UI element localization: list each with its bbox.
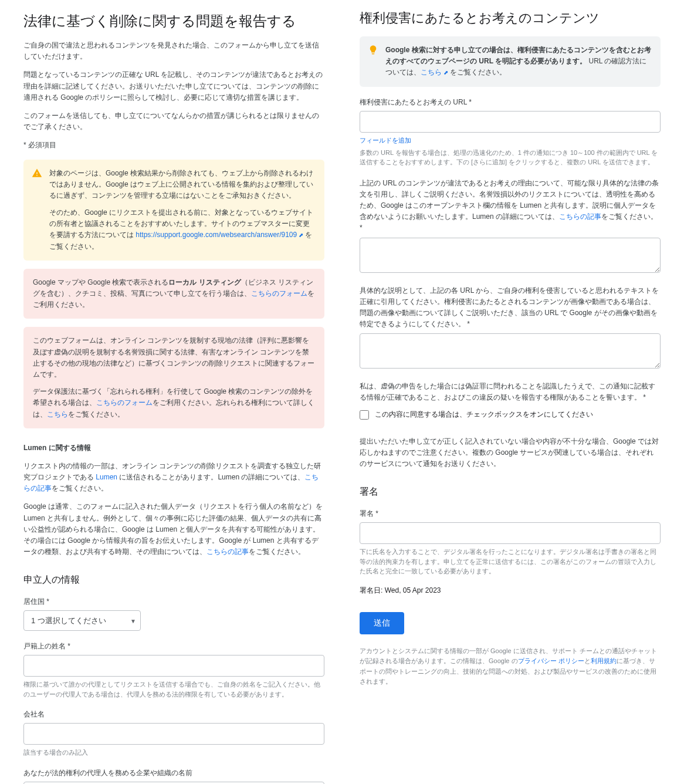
warning-box: 対象のページは、Google 検索結果から削除されても、ウェブ上から削除されるわ… — [23, 160, 324, 261]
warning-para-2: そのため、Google にリクエストを提出される前に、対象となっているウェブサイ… — [49, 207, 315, 252]
reason-lumen-link[interactable]: こちらの記事 — [559, 212, 601, 221]
intro-para-2: 問題となっているコンテンツの正確な URL を記載し、そのコンテンツが違法である… — [23, 69, 324, 103]
legalname-hint: 権限に基づいて誰かの代理としてリクエストを送信する場合でも、ご自身の姓名をご記入… — [23, 680, 324, 699]
submit-button[interactable]: 送信 — [360, 612, 404, 634]
signature-date-value: Wed, 05 Apr 2023 — [385, 586, 441, 594]
rtbf-info-link[interactable]: こちら — [47, 410, 68, 418]
signature-heading: 署名 — [360, 486, 661, 498]
footer-note: アカウントとシステムに関する情報の一部が Google に送信され、サポート チ… — [360, 646, 661, 687]
lumen-link[interactable]: Lumen — [96, 473, 117, 481]
url-label: 権利侵害にあたるとお考えの URL * — [360, 97, 661, 107]
company-hint: 該当する場合のみ記入 — [23, 748, 324, 758]
local-listing-text: Google マップや Google 検索で表示されるローカル リスティング（ビ… — [33, 277, 315, 311]
add-field-link[interactable]: フィールドを追加 — [360, 136, 411, 145]
url-howto-link[interactable]: こちら — [421, 68, 448, 76]
form-scope-para-2: データ保護法に基づく「忘れられる権利」を行使して Google 検索のコンテンツ… — [33, 386, 315, 420]
signature-date: 署名日: Wed, 05 Apr 2023 — [360, 586, 661, 596]
country-select-wrap[interactable]: 1 つ選択してください ▼ — [23, 610, 141, 631]
lightbulb-icon — [368, 45, 378, 55]
intro-para-3: このフォームを送信しても、申し立てについてなんらかの措置が講じられるとは限りませ… — [23, 110, 324, 133]
form-scope-box: このウェブフォームは、オンライン コンテンツを規制する現地の法律（評判に悪影響を… — [23, 327, 324, 428]
content-heading: 権利侵害にあたるとお考えのコンテンツ — [360, 9, 661, 27]
warning-icon — [32, 168, 42, 178]
oath-text: 私は、虚偽の申告をした場合には偽証罪に問われることを認識したうえで、この通知に記… — [360, 381, 661, 403]
right-column: 権利侵害にあたるとお考えのコンテンツ Google 検索に対する申し立ての場合は… — [360, 12, 661, 784]
local-listing-form-link[interactable]: こちらのフォーム — [251, 289, 307, 298]
reason-label: 上記の URL のコンテンツが違法であるとお考えの理由について、可能な限り具体的… — [360, 178, 661, 234]
required-note: * 必須項目 — [23, 140, 324, 151]
signature-hint: 下に氏名を入力することで、デジタル署名を行ったことになります。デジタル署名は手書… — [360, 547, 661, 576]
signature-label: 署名 * — [360, 509, 661, 519]
detail-textarea[interactable] — [360, 333, 661, 369]
url-info-text: Google 検索に対する申し立ての場合は、権利侵害にあたるコンテンツを含むとお… — [385, 45, 651, 79]
page-title: 法律に基づく削除に関する問題を報告する — [23, 12, 324, 31]
oath-checkbox-row: この内容に同意する場合は、チェックボックスをオンにしてください — [360, 410, 661, 420]
legalname-label: 戸籍上の姓名 * — [23, 641, 324, 651]
rep-label: あなたが法的権利の代理人を務める企業や組織の名前 — [23, 768, 324, 778]
rep-input[interactable] — [23, 782, 324, 784]
webmaster-help-link[interactable]: https://support.google.com/websearch/ans… — [136, 231, 303, 239]
detail-label: 具体的な説明として、上記の各 URL から、ご自身の権利を侵害していると思われる… — [360, 285, 661, 330]
lumen-heading: Lumen に関する情報 — [23, 442, 324, 454]
url-hint: 多数の URL を報告する場合は、処理の迅速化のため、1 件の通知につき 10～… — [360, 148, 661, 167]
lumen-para-1: リクエスト内の情報の一部は、オンライン コンテンツの削除リクエストを調査する独立… — [23, 461, 324, 495]
oath-checkbox-label: この内容に同意する場合は、チェックボックスをオンにしてください — [375, 410, 593, 420]
country-select[interactable]: 1 つ選択してください — [23, 610, 141, 631]
country-label: 居住国 * — [23, 597, 324, 607]
lumen-article-link-2[interactable]: こちらの記事 — [206, 548, 249, 556]
signature-input[interactable] — [360, 522, 661, 544]
tos-link[interactable]: 利用規約 — [591, 657, 617, 664]
legalname-input[interactable] — [23, 655, 324, 677]
reason-textarea[interactable] — [360, 238, 661, 273]
local-listing-box: Google マップや Google 検索で表示されるローカル リスティング（ビ… — [23, 269, 324, 319]
submit-note: 提出いただいた申し立てが正しく記入されていない場合や内容が不十分な場合、Goog… — [360, 436, 661, 470]
privacy-policy-link[interactable]: プライバシー ポリシー — [518, 657, 584, 664]
rtbf-form-link[interactable]: こちらのフォーム — [96, 398, 153, 407]
left-column: 法律に基づく削除に関する問題を報告する ご自身の国で違法と思われるコンテンツを発… — [23, 12, 324, 784]
warning-para-1: 対象のページは、Google 検索結果から削除されても、ウェブ上から削除されるわ… — [49, 168, 315, 202]
applicant-heading: 申立人の情報 — [23, 574, 324, 586]
company-label: 会社名 — [23, 709, 324, 719]
url-input[interactable] — [360, 111, 661, 133]
form-scope-para-1: このウェブフォームは、オンライン コンテンツを規制する現地の法律（評判に悪影響を… — [33, 335, 315, 380]
url-info-box: Google 検索に対する申し立ての場合は、権利侵害にあたるコンテンツを含むとお… — [360, 36, 661, 87]
company-input[interactable] — [23, 723, 324, 745]
oath-checkbox[interactable] — [360, 410, 369, 420]
lumen-para-2: Google は通常、このフォームに記入された個人データ（リクエストを行う個人の… — [23, 501, 324, 557]
intro-para-1: ご自身の国で違法と思われるコンテンツを発見された場合、このフォームから申し立てを… — [23, 40, 324, 62]
